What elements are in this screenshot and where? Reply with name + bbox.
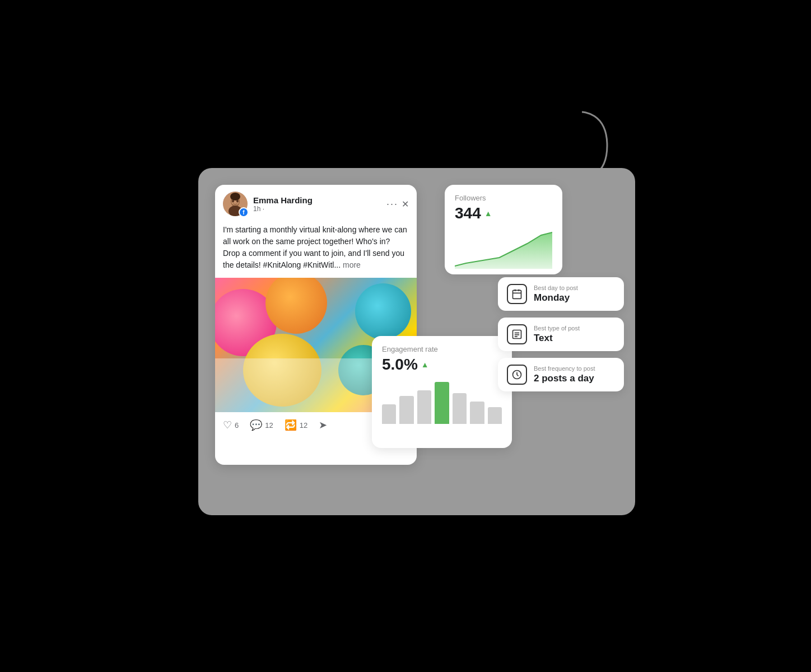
followers-number: 344 <box>455 204 481 222</box>
content-area: f Emma Harding 1h · ··· ✕ I'm starting a… <box>209 179 624 504</box>
scene: f Emma Harding 1h · ··· ✕ I'm starting a… <box>153 134 658 538</box>
best-day-label: Best day to post <box>534 284 615 291</box>
more-options-icon[interactable]: ··· <box>386 198 398 210</box>
engagement-number: 5.0% <box>382 356 418 374</box>
post-menu: ··· ✕ <box>386 198 409 210</box>
engagement-trend-icon: ▲ <box>421 360 429 369</box>
bar-4-highlight <box>435 382 449 424</box>
post-text: I'm starting a monthly virtual knit-alon… <box>215 223 417 278</box>
bar-6 <box>470 402 484 424</box>
post-content: I'm starting a monthly virtual knit-alon… <box>223 225 407 269</box>
document-icon <box>511 329 523 340</box>
bar-1 <box>382 404 396 424</box>
best-type-content: Best type of post Text <box>534 325 615 344</box>
best-type-card: Best type of post Text <box>498 318 624 351</box>
followers-trend-icon: ▲ <box>484 209 492 218</box>
best-type-label: Best type of post <box>534 325 615 332</box>
engagement-card: Engagement rate 5.0% ▲ <box>372 336 512 448</box>
post-user-info: Emma Harding 1h · <box>253 195 381 213</box>
svg-point-7 <box>230 193 240 200</box>
share-action[interactable]: ➤ <box>319 419 327 431</box>
comment-action[interactable]: 💬 12 <box>250 419 273 431</box>
bar-7 <box>488 407 502 424</box>
retweet-count: 12 <box>300 421 307 430</box>
post-time: 1h · <box>253 205 381 213</box>
followers-card: Followers 344 ▲ <box>445 185 562 274</box>
best-frequency-content: Best frequency to post 2 posts a day <box>534 365 615 384</box>
post-header: f Emma Harding 1h · ··· ✕ <box>215 185 417 223</box>
info-cards-container: Best day to post Monday <box>498 277 624 391</box>
share-icon: ➤ <box>319 419 327 431</box>
best-frequency-value: 2 posts a day <box>534 373 615 384</box>
clock-icon <box>511 369 523 380</box>
comment-icon: 💬 <box>250 419 262 431</box>
engagement-bar-chart <box>382 379 502 424</box>
calendar-icon-wrapper <box>507 284 527 304</box>
retweet-icon: 🔁 <box>285 419 297 431</box>
bar-5 <box>453 393 467 424</box>
heart-icon: ♡ <box>223 419 232 431</box>
post-username: Emma Harding <box>253 195 381 205</box>
engagement-value: 5.0% ▲ <box>382 356 502 374</box>
followers-chart <box>455 227 552 269</box>
clock-icon-wrapper <box>507 365 527 385</box>
retweet-action[interactable]: 🔁 12 <box>285 419 307 431</box>
like-action[interactable]: ♡ 6 <box>223 419 239 431</box>
best-day-content: Best day to post Monday <box>534 284 615 304</box>
best-frequency-label: Best frequency to post <box>534 365 615 372</box>
bar-2 <box>399 396 413 424</box>
bar-3 <box>417 390 431 424</box>
best-day-card: Best day to post Monday <box>498 277 624 311</box>
more-link[interactable]: more <box>343 260 361 269</box>
like-count: 6 <box>235 421 239 430</box>
best-frequency-card: Best frequency to post 2 posts a day <box>498 358 624 391</box>
monitor-frame: f Emma Harding 1h · ··· ✕ I'm starting a… <box>198 168 635 515</box>
avatar-wrapper: f <box>223 192 248 216</box>
facebook-badge: f <box>239 207 249 217</box>
fb-icon: f <box>243 209 244 216</box>
comment-count: 12 <box>265 421 273 430</box>
engagement-label: Engagement rate <box>382 345 502 353</box>
followers-value: 344 ▲ <box>455 204 552 222</box>
best-type-value: Text <box>534 333 615 344</box>
document-icon-wrapper <box>507 324 527 344</box>
best-day-value: Monday <box>534 292 615 304</box>
svg-rect-8 <box>513 290 521 298</box>
close-icon[interactable]: ✕ <box>402 199 409 209</box>
followers-label: Followers <box>455 194 552 202</box>
yarn-blue <box>355 283 411 339</box>
yarn-orange <box>265 278 327 334</box>
calendar-icon <box>511 288 523 300</box>
